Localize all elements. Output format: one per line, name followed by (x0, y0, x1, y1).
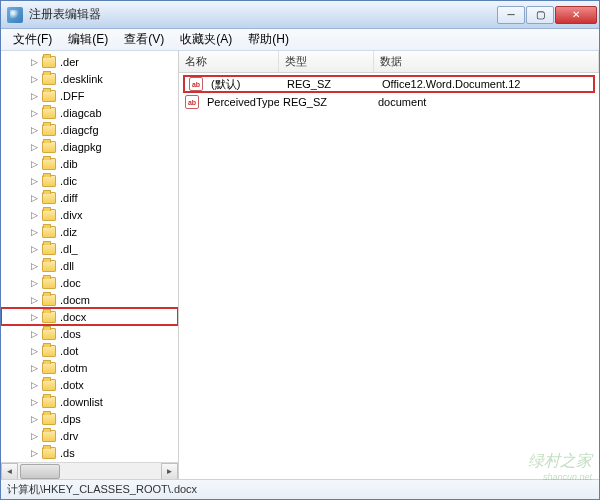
expand-icon[interactable]: ▷ (29, 345, 40, 356)
tree-item[interactable]: ▷.dot (1, 342, 178, 359)
tree-item[interactable]: ▷.dll (1, 257, 178, 274)
tree-item[interactable]: ▷.dps (1, 410, 178, 427)
menu-help[interactable]: 帮助(H) (240, 29, 297, 50)
cell-data: document (374, 96, 599, 108)
tree-item-label: .ds (60, 447, 75, 459)
tree-item[interactable]: ▷.DFF (1, 87, 178, 104)
menu-favorites[interactable]: 收藏夹(A) (172, 29, 240, 50)
tree-item[interactable]: ▷.docx (1, 308, 178, 325)
tree-item[interactable]: ▷.dl_ (1, 240, 178, 257)
cell-name: (默认) (207, 77, 283, 92)
tree-panel: ▷.der▷.desklink▷.DFF▷.diagcab▷.diagcfg▷.… (1, 51, 179, 479)
folder-icon (42, 90, 56, 102)
minimize-button[interactable]: ─ (497, 6, 525, 24)
horizontal-scrollbar[interactable]: ◄ ► (1, 462, 178, 479)
titlebar[interactable]: 注册表编辑器 ─ ▢ ✕ (1, 1, 599, 29)
folder-icon (42, 345, 56, 357)
expand-icon[interactable]: ▷ (29, 396, 40, 407)
expand-icon[interactable]: ▷ (29, 243, 40, 254)
folder-icon (42, 226, 56, 238)
expand-icon[interactable]: ▷ (29, 362, 40, 373)
tree-item[interactable]: ▷.doc (1, 274, 178, 291)
tree-item[interactable]: ▷.ds (1, 444, 178, 461)
tree-item[interactable]: ▷.docm (1, 291, 178, 308)
maximize-button[interactable]: ▢ (526, 6, 554, 24)
expand-icon[interactable]: ▷ (29, 107, 40, 118)
cell-type: REG_SZ (279, 96, 374, 108)
list-row[interactable]: ab(默认)REG_SZOffice12.Word.Document.12 (183, 75, 595, 93)
column-header-data[interactable]: 数据 (374, 51, 599, 72)
scroll-track[interactable] (18, 463, 161, 480)
tree-item[interactable]: ▷.diagpkg (1, 138, 178, 155)
tree-item[interactable]: ▷.dotx (1, 376, 178, 393)
folder-icon (42, 311, 56, 323)
tree-item-label: .DFF (60, 90, 84, 102)
folder-icon (42, 124, 56, 136)
tree-item[interactable]: ▷.dib (1, 155, 178, 172)
tree-item[interactable]: ▷.diz (1, 223, 178, 240)
expand-icon[interactable]: ▷ (29, 158, 40, 169)
reg-string-icon: ab (189, 77, 203, 91)
expand-icon[interactable]: ▷ (29, 294, 40, 305)
tree-item-label: .doc (60, 277, 81, 289)
folder-icon (42, 175, 56, 187)
scroll-thumb[interactable] (20, 464, 60, 479)
expand-icon[interactable]: ▷ (29, 430, 40, 441)
expand-icon[interactable]: ▷ (29, 141, 40, 152)
tree-item[interactable]: ▷.desklink (1, 70, 178, 87)
tree-item-label: .der (60, 56, 79, 68)
expand-icon[interactable]: ▷ (29, 447, 40, 458)
menu-view[interactable]: 查看(V) (116, 29, 172, 50)
expand-icon[interactable]: ▷ (29, 260, 40, 271)
list-panel: 名称 类型 数据 ab(默认)REG_SZOffice12.Word.Docum… (179, 51, 599, 479)
tree-item-label: .desklink (60, 73, 103, 85)
folder-icon (42, 430, 56, 442)
folder-icon (42, 243, 56, 255)
expand-icon[interactable]: ▷ (29, 209, 40, 220)
tree-item[interactable]: ▷.dos (1, 325, 178, 342)
column-header-name[interactable]: 名称 (179, 51, 279, 72)
tree-item[interactable]: ▷.divx (1, 206, 178, 223)
folder-icon (42, 396, 56, 408)
tree-body[interactable]: ▷.der▷.desklink▷.DFF▷.diagcab▷.diagcfg▷.… (1, 51, 178, 462)
tree-item-label: .dotx (60, 379, 84, 391)
expand-icon[interactable]: ▷ (29, 379, 40, 390)
scroll-right-button[interactable]: ► (161, 463, 178, 480)
folder-icon (42, 447, 56, 459)
folder-icon (42, 107, 56, 119)
tree-item-label: .diff (60, 192, 78, 204)
tree-item-label: .dot (60, 345, 78, 357)
folder-icon (42, 362, 56, 374)
tree-item[interactable]: ▷.dic (1, 172, 178, 189)
tree-item[interactable]: ▷.drv (1, 427, 178, 444)
scroll-left-button[interactable]: ◄ (1, 463, 18, 480)
cell-name: PerceivedType (203, 96, 279, 108)
close-button[interactable]: ✕ (555, 6, 597, 24)
menu-file[interactable]: 文件(F) (5, 29, 60, 50)
tree-item[interactable]: ▷.diagcfg (1, 121, 178, 138)
tree-item[interactable]: ▷.diff (1, 189, 178, 206)
expand-icon[interactable]: ▷ (29, 311, 40, 322)
column-header-type[interactable]: 类型 (279, 51, 374, 72)
expand-icon[interactable]: ▷ (29, 226, 40, 237)
expand-icon[interactable]: ▷ (29, 192, 40, 203)
tree-item-label: .dic (60, 175, 77, 187)
folder-icon (42, 158, 56, 170)
list-body[interactable]: ab(默认)REG_SZOffice12.Word.Document.12abP… (179, 73, 599, 479)
expand-icon[interactable]: ▷ (29, 124, 40, 135)
menu-edit[interactable]: 编辑(E) (60, 29, 116, 50)
expand-icon[interactable]: ▷ (29, 73, 40, 84)
list-row[interactable]: abPerceivedTypeREG_SZdocument (179, 93, 599, 111)
expand-icon[interactable]: ▷ (29, 277, 40, 288)
expand-icon[interactable]: ▷ (29, 56, 40, 67)
expand-icon[interactable]: ▷ (29, 413, 40, 424)
tree-item[interactable]: ▷.downlist (1, 393, 178, 410)
expand-icon[interactable]: ▷ (29, 90, 40, 101)
tree-item-label: .diz (60, 226, 77, 238)
tree-item-label: .dll (60, 260, 74, 272)
expand-icon[interactable]: ▷ (29, 328, 40, 339)
tree-item[interactable]: ▷.dotm (1, 359, 178, 376)
tree-item[interactable]: ▷.diagcab (1, 104, 178, 121)
tree-item[interactable]: ▷.der (1, 53, 178, 70)
expand-icon[interactable]: ▷ (29, 175, 40, 186)
